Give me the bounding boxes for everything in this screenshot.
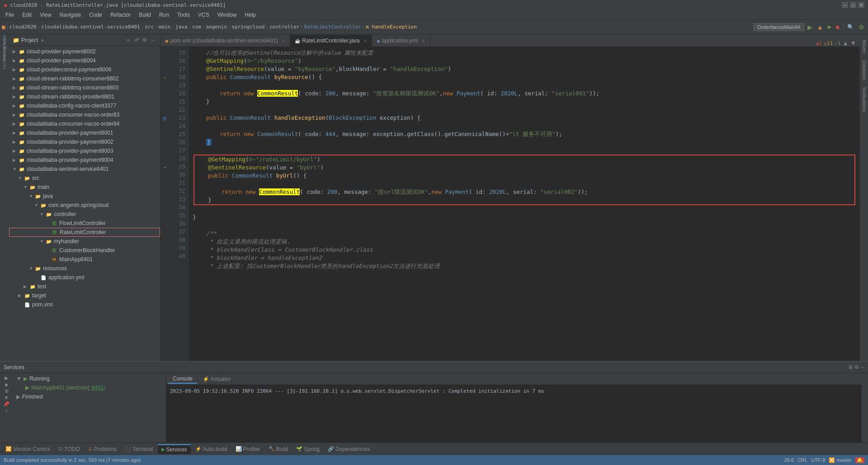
services-close-btn[interactable]: ─ [861, 364, 864, 370]
tree-item[interactable]: ▶📁cloudalibaba-provider-payment9004 [9, 155, 160, 164]
svc-add-btn[interactable]: + [5, 408, 8, 413]
menu-refactor[interactable]: Refactor [107, 11, 134, 19]
btab-build[interactable]: 🔨 Build [265, 444, 292, 454]
menu-view[interactable]: View [36, 11, 55, 19]
services-expand-btn[interactable]: ⊞ [849, 364, 853, 370]
sidebar-tab-maven[interactable]: Maven [861, 36, 868, 57]
notifications-icon[interactable]: 🔔 [855, 457, 864, 463]
breadcrumb-src[interactable]: src [145, 24, 154, 30]
svc-run-btn[interactable]: ▶ [5, 375, 8, 381]
tree-item[interactable]: ▶📁cloud-provider-payment8004 [9, 56, 160, 65]
btab-profiler[interactable]: 📊 Profiler [232, 444, 264, 454]
tree-item[interactable]: ▶📁cloudalibaba-provider-payment9001 [9, 128, 160, 137]
menu-build[interactable]: Build [135, 11, 155, 19]
svc-filter-btn[interactable]: ▼ [4, 395, 9, 400]
tree-item-controller[interactable]: ▼📂controller [9, 210, 160, 219]
services-settings-btn[interactable]: ⚙ [854, 364, 859, 370]
btab-dependencies[interactable]: 🔗 Dependencies [324, 444, 374, 454]
btab-spring[interactable]: 🌱 Spring [292, 444, 323, 454]
btab-problems[interactable]: ⚠ Problems [85, 444, 121, 454]
menu-window[interactable]: Window [214, 11, 241, 19]
tree-item[interactable]: ▶📁cloud-stream-rabbitmq-consumer8802 [9, 74, 160, 83]
tab-pom-close[interactable]: ✕ [282, 38, 285, 43]
console-tab[interactable]: Console [168, 375, 197, 384]
tree-item-test[interactable]: ▶📁test [9, 282, 160, 291]
sidebar-tab-notifications[interactable]: Notifications [861, 84, 868, 115]
tree-item-package[interactable]: ▼📂com.angenin.springcloud [9, 201, 160, 210]
sidebar-tab-database[interactable]: Database [861, 57, 868, 84]
menu-run[interactable]: Run [156, 11, 173, 19]
svc-stop-btn[interactable]: ■ [5, 382, 8, 387]
btab-todo[interactable]: ☑ TODO [55, 444, 83, 454]
locate-btn[interactable]: ☍ [133, 37, 140, 44]
title-bar-controls[interactable]: ─ □ ✕ [842, 2, 864, 8]
bookmarks-icon[interactable]: Bookmarks [0, 54, 9, 62]
tab-ratelimit[interactable]: ☕ RateLimitController.java ✕ [290, 35, 372, 47]
svc-expand-btn[interactable]: ⊞ [5, 388, 9, 394]
btab-autobuild[interactable]: ⚡ Auto-build [192, 444, 231, 454]
menu-vcs[interactable]: VCS [194, 11, 213, 19]
close-button[interactable]: ✕ [858, 2, 864, 8]
tree-item-myhandler[interactable]: ▼📂myhandler [9, 237, 160, 246]
tree-item[interactable]: ▶📁cloud-stream-rabbitmq-provider8801 [9, 92, 160, 101]
project-panel-dropdown[interactable]: ▾ [41, 37, 44, 43]
tree-item-appyml[interactable]: 📄application.yml [9, 273, 160, 282]
collapse-all-btn[interactable]: ≡ [125, 37, 132, 44]
tree-item[interactable]: ▶📁cloudalibaba-consumer-nacos-order84 [9, 119, 160, 128]
btab-services[interactable]: ▶ Services [158, 444, 191, 454]
tab-appyml[interactable]: ◈ application.yml ✕ [372, 35, 430, 47]
btab-terminal[interactable]: ⬛ Terminal [121, 444, 156, 454]
scroll-down-btn[interactable]: ▼ [850, 40, 856, 47]
breadcrumb-module[interactable]: cloudalibaba-sentinel-service8401 [41, 24, 140, 30]
console-scrollbar[interactable] [862, 373, 868, 442]
maximize-button[interactable]: □ [850, 2, 856, 8]
breadcrumb-class[interactable]: RateLimitController [304, 24, 361, 30]
tab-pom[interactable]: ◆ pom.xml (cloudalibaba-sentinel-service… [160, 35, 290, 47]
settings-btn[interactable]: ⚙ [141, 37, 148, 44]
tree-item-src[interactable]: ▼📂src [9, 174, 160, 183]
gutter-arrow-18[interactable]: → [160, 73, 169, 81]
btab-version-control[interactable]: 🔀 Version Control [2, 444, 54, 454]
breadcrumb-method[interactable]: m handleException [366, 24, 417, 30]
settings-btn[interactable]: ⚙ [857, 23, 866, 32]
svc-mainapp-item[interactable]: ▶ MainApp8401 [devtools] :8401/ [13, 383, 166, 392]
tree-item[interactable]: ▶📁cloudalibaba-config-nacos-client3377 [9, 101, 160, 110]
tab-ratelimit-close[interactable]: ✕ [363, 38, 367, 43]
run-cover-btn[interactable]: ▶ [826, 23, 833, 31]
tab-appyml-close[interactable]: ✕ [421, 38, 425, 43]
tree-item[interactable]: ▶📁cloudalibaba-provider-payment9003 [9, 146, 160, 155]
actuator-tab[interactable]: ⚡ Actuator [198, 375, 235, 383]
breadcrumb-main[interactable]: main [159, 24, 171, 30]
code-content[interactable]: //也可以使用@SentinelResource注解中的value 属性来配置 … [189, 47, 860, 361]
run-debug-btn[interactable]: ▲ [815, 23, 825, 32]
tree-item[interactable]: ▶📁cloud-stream-rabbitmq-consumer8803 [9, 83, 160, 92]
tree-item-main[interactable]: ▼📂main [9, 183, 160, 192]
tree-item[interactable]: ▶📁cloudalibaba-consumer-nacos-order83 [9, 110, 160, 119]
breadcrumb-controller[interactable]: controller [269, 24, 299, 30]
breadcrumb-java[interactable]: java [175, 24, 188, 30]
tree-item[interactable]: ▶📁cloud-provider-payment8002 [9, 47, 160, 56]
menu-edit[interactable]: Edit [19, 11, 35, 19]
minimize-button[interactable]: ─ [842, 2, 848, 8]
tree-item-flowlimit[interactable]: CFlowLimitController [9, 219, 160, 228]
tree-item-target[interactable]: ▶📁target [9, 291, 160, 300]
tree-item[interactable]: ▶📁cloudalibaba-provider-payment9002 [9, 137, 160, 146]
breadcrumb-cloud2020[interactable]: cloud2020 [9, 24, 37, 30]
menu-navigate[interactable]: Navigate [56, 11, 85, 19]
tree-item-pomxml[interactable]: 📄pom.xml [9, 300, 160, 309]
menu-help[interactable]: Help [241, 11, 259, 19]
mainapp-port[interactable]: :8401/ [90, 385, 105, 391]
stop-btn[interactable]: ■ [834, 23, 841, 32]
tree-item-java[interactable]: ▼📂java [9, 192, 160, 201]
search-btn[interactable]: 🔍 [845, 23, 856, 31]
run-green-btn[interactable]: ▶ [806, 23, 814, 32]
svc-pin-btn[interactable]: 📌 [3, 401, 9, 407]
menu-file[interactable]: File [2, 11, 18, 19]
scroll-up-btn[interactable]: ▲ [843, 40, 849, 47]
breadcrumb-com[interactable]: com [192, 24, 201, 30]
menu-code[interactable]: Code [85, 11, 106, 19]
tree-item-sentinel[interactable]: ▼📁cloudalibaba-sentinel-service8401 [9, 164, 160, 174]
tree-item[interactable]: ▶📁cloud-providerconsul-payment8006 [9, 65, 160, 74]
tree-item-mainapp[interactable]: MMainApp8401 [9, 255, 160, 264]
tree-item-customerblock[interactable]: CCustomerBlockHandler [9, 246, 160, 255]
